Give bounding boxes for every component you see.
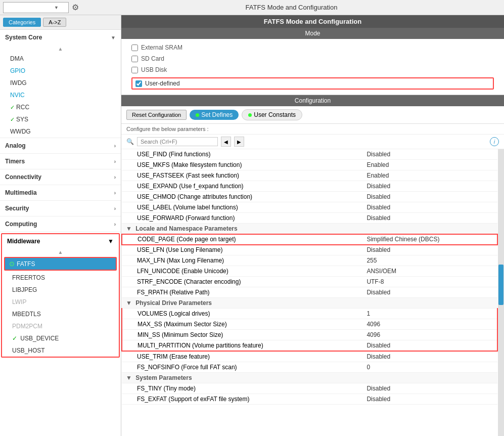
middleware-item-usb-device[interactable]: ✓ USB_DEVICE [2, 332, 119, 344]
search-icon: 🔍 [126, 138, 134, 145]
scroll-up-arrow[interactable]: ▲ [0, 45, 121, 53]
tab-atoz[interactable]: A->Z [43, 18, 66, 27]
params-data-table: USE_FIND (Find functions) Disabled USE_M… [121, 149, 498, 405]
middleware-item-fatfs[interactable]: ⊙ FATFS [4, 257, 117, 271]
sidebar-tabs: Categories A->Z [0, 15, 121, 30]
section-locale-header[interactable]: ▼ Locale and Namespace Parameters [122, 224, 497, 234]
table-row[interactable]: USE_FIND (Find functions) Disabled [122, 149, 497, 160]
sidebar-item-nvic[interactable]: NVIC [0, 89, 121, 101]
table-row[interactable]: STRF_ENCODE (Character encoding) UTF-8 [122, 277, 497, 287]
params-search-input[interactable] [137, 137, 218, 146]
mode-section: Mode External SRAM SD Card USB Disk User… [121, 28, 504, 95]
param-name: MAX_LFN (Max Long Filename) [122, 255, 362, 266]
param-value: 4096 [362, 330, 497, 340]
usb-disk-checkbox[interactable] [131, 67, 138, 73]
system-core-arrow: ▼ [111, 35, 116, 40]
table-row[interactable]: USE_FASTSEEK (Fast seek function) Enable… [122, 170, 497, 181]
section-system-header[interactable]: ▼ System Parameters [122, 373, 497, 383]
table-row-minss[interactable]: MIN_SS (Minimum Sector Size) 4096 [122, 330, 497, 340]
middleware-section: Middleware ▼ ▲ ⊙ FATFS FREERTOS LIBJPEG … [1, 233, 120, 358]
table-row[interactable]: USE_LABEL (Volume label functions) Disab… [122, 202, 497, 213]
reset-config-button[interactable]: Reset Configuration [126, 110, 187, 120]
table-row[interactable]: USE_TRIM (Erase feature) Disabled [122, 351, 497, 362]
mode-option-usb-disk: USB Disk [131, 66, 494, 73]
param-value: Disabled [362, 394, 497, 405]
middleware-item-libjpeg[interactable]: LIBJPEG [2, 284, 119, 296]
table-row-volumes[interactable]: VOLUMES (Logical drives) 1 [122, 309, 497, 319]
middleware-arrow: ▼ [108, 238, 114, 245]
table-row[interactable]: USE_MKFS (Make filesystem function) Enab… [122, 160, 497, 170]
table-row[interactable]: FS_EXFAT (Support of exFAT file system) … [122, 394, 497, 405]
system-collapse-icon[interactable]: ▼ [126, 374, 132, 381]
param-name: USE_FORWARD (Forward function) [122, 213, 362, 224]
param-value: Disabled [362, 213, 497, 224]
search-prev-btn[interactable]: ◀ [221, 137, 231, 147]
middleware-header[interactable]: Middleware ▼ [2, 234, 119, 248]
tab-categories[interactable]: Categories [3, 18, 41, 27]
table-row[interactable]: LFN_UNICODE (Enable Unicode) ANSI/OEM [122, 266, 497, 277]
connectivity-header[interactable]: Connectivity › [0, 169, 121, 185]
middleware-item-pdm2pcm[interactable]: PDM2PCM [2, 320, 119, 332]
table-row[interactable]: USE_LFN (Use Long Filename) Disabled [122, 245, 497, 255]
section-physical-header[interactable]: ▼ Physical Drive Parameters [122, 298, 497, 309]
param-value: Simplified Chinese (DBCS) [362, 234, 497, 245]
tab-user-constants[interactable]: User Constants [242, 109, 302, 120]
system-core-header[interactable]: System Core ▼ [0, 30, 121, 45]
config-header: Configuration [121, 95, 504, 106]
table-row[interactable]: USE_FORWARD (Forward function) Disabled [122, 213, 497, 224]
table-row[interactable]: USE_CHMOD (Change attributes function) D… [122, 192, 497, 202]
table-row-codepage[interactable]: CODE_PAGE (Code page on target) Simplifi… [122, 234, 497, 245]
physical-collapse-icon[interactable]: ▼ [126, 299, 132, 307]
category-connectivity: Connectivity › [0, 169, 121, 185]
table-row[interactable]: USE_EXPAND (Use f_expand function) Disab… [122, 181, 497, 192]
table-row-maxss[interactable]: MAX_SS (Maximum Sector Size) 4096 [122, 319, 497, 330]
sidebar-item-dma[interactable]: DMA [0, 53, 121, 65]
middleware-item-mbedtls[interactable]: MBEDTLS [2, 308, 119, 320]
security-header[interactable]: Security › [0, 201, 121, 216]
category-system-core: System Core ▼ ▲ DMA GPIO IWDG NVIC RCC S… [0, 30, 121, 138]
param-name: USE_TRIM (Erase feature) [122, 351, 362, 362]
middleware-scroll-up[interactable]: ▲ [2, 248, 119, 256]
timers-header[interactable]: Timers › [0, 154, 121, 169]
param-name: LFN_UNICODE (Enable Unicode) [122, 266, 362, 277]
sd-card-checkbox[interactable] [131, 56, 138, 62]
physical-section-label: Physical Drive Parameters [135, 299, 212, 307]
table-row[interactable]: FS_TINY (Tiny mode) Disabled [122, 383, 497, 394]
scrollbar-track[interactable] [498, 149, 504, 436]
param-value: 4096 [362, 319, 497, 330]
table-row[interactable]: MAX_LFN (Max Long Filename) 255 [122, 255, 497, 266]
sidebar-item-iwdg[interactable]: IWDG [0, 77, 121, 89]
param-value: UTF-8 [362, 277, 497, 287]
usb-disk-label: USB Disk [141, 66, 167, 73]
param-name: CODE_PAGE (Code page on target) [122, 234, 362, 245]
scrollbar-thumb[interactable] [498, 265, 503, 305]
sidebar-item-gpio[interactable]: GPIO [0, 65, 121, 77]
gear-icon[interactable]: ⚙ [72, 3, 79, 12]
category-security: Security › [0, 201, 121, 216]
computing-header[interactable]: Computing › [0, 216, 121, 232]
user-defined-label: User-defined [145, 80, 180, 87]
tab-set-defines[interactable]: Set Defines [190, 110, 239, 120]
multimedia-header[interactable]: Multimedia › [0, 185, 121, 200]
search-box[interactable]: ▼ [3, 2, 69, 13]
sidebar-item-rcc[interactable]: RCC [0, 101, 121, 113]
table-row[interactable]: FS_NOFSINFO (Force full FAT scan) 0 [122, 362, 497, 373]
search-next-btn[interactable]: ▶ [234, 137, 244, 147]
locale-collapse-icon[interactable]: ▼ [126, 225, 132, 232]
analog-header[interactable]: Analog › [0, 138, 121, 153]
middleware-item-lwip[interactable]: LWIP [2, 296, 119, 308]
ext-sram-checkbox[interactable] [131, 45, 138, 51]
user-defined-checkbox[interactable] [135, 80, 142, 87]
table-row-multipart[interactable]: MULTI_PARTITION (Volume partitions featu… [122, 340, 497, 352]
middleware-item-usb-host[interactable]: USB_HOST [2, 344, 119, 357]
multimedia-arrow: › [114, 190, 116, 196]
param-name: MIN_SS (Minimum Sector Size) [122, 330, 362, 340]
table-row[interactable]: FS_RPATH (Relative Path) Disabled [122, 287, 497, 298]
dropdown-arrow[interactable]: ▼ [54, 5, 59, 10]
sidebar-item-sys[interactable]: SYS [0, 113, 121, 125]
fatfs-check-icon: ⊙ [9, 260, 15, 268]
param-name: USE_CHMOD (Change attributes function) [122, 192, 362, 202]
sidebar-item-wwdg[interactable]: WWDG [0, 125, 121, 138]
search-input[interactable] [4, 5, 54, 11]
middleware-item-freertos[interactable]: FREERTOS [2, 272, 119, 284]
